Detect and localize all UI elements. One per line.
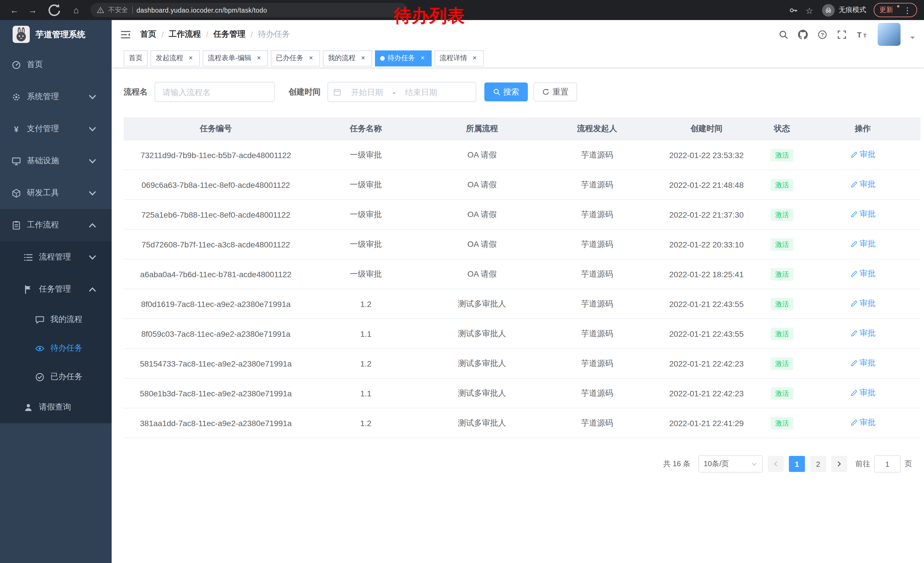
approve-link[interactable]: 审批 <box>850 269 876 279</box>
created-time-cell: 2022-01-22 21:37:30 <box>654 200 759 230</box>
browser-refresh-button[interactable] <box>44 0 65 21</box>
app-logo[interactable]: 芋道管理系统 <box>0 20 112 49</box>
breadcrumb-item[interactable]: 工作流程 <box>169 29 201 39</box>
create-time-label: 创建时间 <box>288 87 321 97</box>
address-bar[interactable]: 不安全 dashboard.yudao.iocoder.cn/bpm/task/… <box>90 3 408 17</box>
yen-icon: ¥ <box>12 124 21 134</box>
sidebar-item[interactable]: 基础设施 <box>0 145 112 177</box>
tab-item[interactable]: 流程表单-编辑× <box>202 50 268 66</box>
initiator-cell: 芋道源码 <box>540 259 654 289</box>
approve-link[interactable]: 审批 <box>850 388 876 398</box>
breadcrumb-item[interactable]: 首页 <box>140 29 156 39</box>
browser-menu-icon[interactable]: ⋮ <box>903 6 911 15</box>
search-icon[interactable] <box>778 30 788 39</box>
status-badge: 激活 <box>771 387 794 399</box>
breadcrumb-item: 待办任务 <box>258 29 290 39</box>
breadcrumb-item[interactable]: 任务管理 <box>213 29 246 39</box>
sidebar-item[interactable]: 首页 <box>0 49 112 81</box>
search-icon <box>493 88 500 96</box>
browser-update-button[interactable]: 更新 ⋮ <box>874 3 917 17</box>
sidebar-item[interactable]: 我的流程 <box>0 305 112 334</box>
tab-close-icon[interactable]: × <box>307 54 315 62</box>
table-header-row: 任务编号任务名称所属流程流程发起人创建时间状态操作 <box>124 117 921 140</box>
tab-item[interactable]: 我的流程× <box>323 50 372 66</box>
created-time-cell: 2022-01-21 22:42:23 <box>654 348 759 378</box>
browser-back-button[interactable]: ← <box>7 3 22 18</box>
start-date-input[interactable] <box>344 87 390 97</box>
reset-button[interactable]: 重置 <box>534 83 577 101</box>
user-avatar[interactable] <box>878 23 900 46</box>
page-number-button[interactable]: 1 <box>789 456 805 472</box>
approve-link[interactable]: 审批 <box>850 180 876 190</box>
chevron-down-icon <box>88 188 98 198</box>
edit-icon <box>850 270 857 278</box>
tab-item[interactable]: 待办任务× <box>375 50 432 66</box>
prev-page-button[interactable] <box>768 456 784 472</box>
insecure-warning-icon <box>97 6 104 14</box>
approve-link[interactable]: 审批 <box>850 418 876 428</box>
sidebar-item[interactable]: 系统管理 <box>0 81 112 113</box>
update-dot <box>897 5 899 8</box>
tab-item[interactable]: 发起流程× <box>151 50 200 66</box>
status-badge: 激活 <box>771 297 794 310</box>
sidebar-item[interactable]: 任务管理 <box>0 273 112 305</box>
process-cell: OA 请假 <box>424 140 540 170</box>
approve-link[interactable]: 审批 <box>850 209 876 220</box>
sidebar-item[interactable]: 请假查询 <box>0 391 112 423</box>
date-range-picker[interactable]: - <box>327 82 476 102</box>
created-time-cell: 2022-01-22 20:33:10 <box>654 230 759 259</box>
sidebar-item[interactable]: ¥支付管理 <box>0 113 112 145</box>
tab-close-icon[interactable]: × <box>187 54 195 62</box>
chevron-left-icon <box>772 461 779 467</box>
browser-forward-button[interactable]: → <box>25 3 40 18</box>
next-page-button[interactable] <box>831 456 847 472</box>
goto-page-input[interactable] <box>874 455 900 473</box>
password-key-icon[interactable] <box>789 6 798 15</box>
tab-close-icon[interactable]: × <box>359 54 367 62</box>
approve-link[interactable]: 审批 <box>850 150 876 160</box>
page-size-select[interactable]: 10条/页 <box>699 455 762 473</box>
tab-close-icon[interactable]: × <box>418 54 426 62</box>
edit-icon <box>850 300 857 308</box>
process-cell: 测试多审批人 <box>424 408 540 438</box>
task-name-cell: 1.2 <box>308 408 424 438</box>
tab-close-icon[interactable]: × <box>255 54 263 62</box>
search-button[interactable]: 搜索 <box>484 83 528 101</box>
status-badge: 激活 <box>771 417 794 429</box>
github-icon[interactable] <box>798 30 808 39</box>
font-size-icon[interactable]: TT <box>856 30 868 39</box>
approve-link[interactable]: 审批 <box>850 358 876 369</box>
page-number-button[interactable]: 2 <box>810 456 826 472</box>
table-row: 8f059c03-7ac8-11ec-a9e2-a2380e71991a1.1测… <box>124 319 921 348</box>
approve-link[interactable]: 审批 <box>850 239 876 249</box>
fullscreen-icon[interactable] <box>837 30 847 39</box>
bookmark-star-icon[interactable]: ☆ <box>806 6 814 15</box>
sidebar-item[interactable]: 已办任务 <box>0 363 112 391</box>
breadcrumb-separator: / <box>251 30 253 39</box>
created-time-cell: 2022-01-22 21:48:48 <box>654 170 759 200</box>
avatar-caret-icon[interactable] <box>910 37 915 41</box>
approve-link[interactable]: 审批 <box>850 329 876 339</box>
browser-home-button[interactable]: ⌂ <box>69 3 84 18</box>
approve-link[interactable]: 审批 <box>850 299 876 309</box>
sidebar-item[interactable]: 流程管理 <box>0 241 112 273</box>
sidebar-item[interactable]: 研发工具 <box>0 177 112 209</box>
logo-image <box>13 26 30 43</box>
end-date-input[interactable] <box>398 87 444 97</box>
tab-close-icon[interactable]: × <box>471 54 478 62</box>
status-badge: 激活 <box>771 268 794 280</box>
tab-item[interactable]: 流程详情× <box>435 50 484 66</box>
process-name-input[interactable] <box>162 87 268 97</box>
table-body: 73211d9d-7b9b-11ec-b5b7-acde48001122一级审批… <box>124 140 921 438</box>
url-text[interactable]: dashboard.yudao.iocoder.cn/bpm/task/todo <box>136 7 267 14</box>
tab-item[interactable]: 首页 <box>124 50 148 66</box>
hamburger-icon[interactable] <box>120 30 131 39</box>
sidebar-item[interactable]: 工作流程 <box>0 209 112 241</box>
help-icon[interactable]: ? <box>818 30 827 39</box>
task-id-cell: 069c6a63-7b8a-11ec-8ef0-acde48001122 <box>124 170 308 200</box>
tab-item[interactable]: 已办任务× <box>271 50 320 66</box>
sidebar-item[interactable]: 待办任务 <box>0 334 112 363</box>
status-badge: 激活 <box>771 179 794 191</box>
table-row: 8f0d1619-7ac8-11ec-a9e2-a2380e71991a1.2测… <box>124 289 921 319</box>
task-name-cell: 一级审批 <box>308 230 424 259</box>
